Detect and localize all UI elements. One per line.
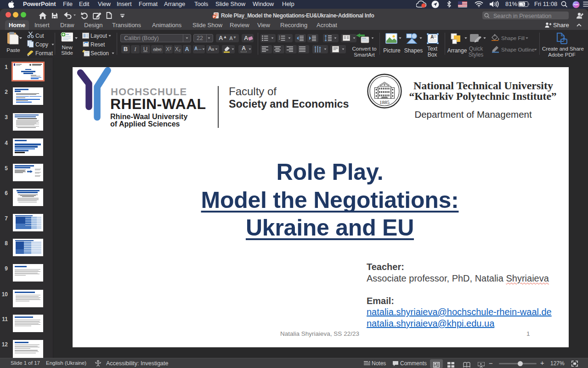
svg-text:1885: 1885 <box>379 99 390 105</box>
svg-text:2: 2 <box>279 38 280 40</box>
svg-text:P: P <box>213 15 216 19</box>
